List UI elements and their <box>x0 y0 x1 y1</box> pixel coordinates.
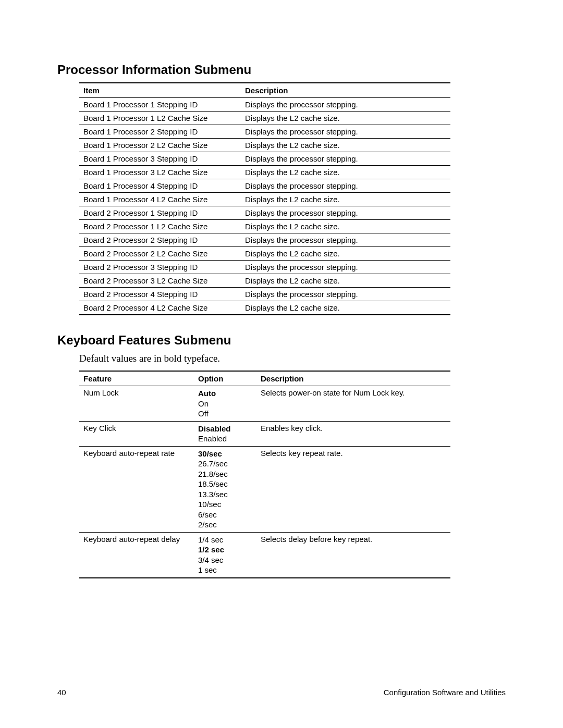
table-row: Board 1 Processor 2 L2 Cache SizeDisplay… <box>79 139 450 152</box>
table-row: Num LockAutoOnOffSelects power-on state … <box>79 386 450 422</box>
page-footer: 40 Configuration Software and Utilities <box>57 688 506 697</box>
header-feature: Feature <box>79 371 194 386</box>
cell-description: Displays the L2 cache size. <box>241 220 450 233</box>
table-row: Board 2 Processor 2 L2 Cache SizeDisplay… <box>79 247 450 261</box>
table-row: Board 2 Processor 1 L2 Cache SizeDisplay… <box>79 220 450 233</box>
option-value: Auto <box>198 388 252 399</box>
table-row: Keyboard auto-repeat delay1/4 sec1/2 sec… <box>79 532 450 578</box>
cell-description: Selects delay before key repeat. <box>256 532 450 578</box>
document-page: Processor Information Submenu Item Descr… <box>0 0 563 728</box>
cell-item: Board 2 Processor 2 Stepping ID <box>79 233 241 247</box>
table-row: Board 1 Processor 4 L2 Cache SizeDisplay… <box>79 193 450 206</box>
cell-description: Displays the processor stepping. <box>241 125 450 139</box>
cell-item: Board 1 Processor 2 L2 Cache Size <box>79 139 241 152</box>
cell-description: Displays the processor stepping. <box>241 152 450 166</box>
option-value: 30/sec <box>198 449 252 459</box>
table-header-row: Feature Option Description <box>79 371 450 386</box>
cell-description: Displays the L2 cache size. <box>241 193 450 206</box>
option-value: 21.8/sec <box>198 469 252 479</box>
cell-item: Board 1 Processor 3 Stepping ID <box>79 152 241 166</box>
cell-item: Board 1 Processor 3 L2 Cache Size <box>79 166 241 179</box>
cell-item: Board 1 Processor 1 Stepping ID <box>79 98 241 112</box>
option-value: 1 sec <box>198 565 252 575</box>
keyboard-table: Feature Option Description Num LockAutoO… <box>79 371 450 578</box>
option-value: On <box>198 399 252 409</box>
footer-title: Configuration Software and Utilities <box>384 688 506 697</box>
cell-option: DisabledEnabled <box>194 421 256 446</box>
cell-description: Displays the L2 cache size. <box>241 139 450 152</box>
cell-feature: Keyboard auto-repeat rate <box>79 446 194 532</box>
cell-feature: Keyboard auto-repeat delay <box>79 532 194 578</box>
cell-description: Displays the L2 cache size. <box>241 166 450 179</box>
table-row: Board 2 Processor 3 Stepping IDDisplays … <box>79 261 450 274</box>
header-description: Description <box>256 371 450 386</box>
cell-item: Board 1 Processor 2 Stepping ID <box>79 125 241 139</box>
cell-option: AutoOnOff <box>194 386 256 422</box>
keyboard-section: Keyboard Features Submenu Default values… <box>57 333 506 578</box>
header-option: Option <box>194 371 256 386</box>
cell-feature: Num Lock <box>79 386 194 422</box>
cell-description: Displays the processor stepping. <box>241 288 450 301</box>
cell-description: Displays the processor stepping. <box>241 206 450 220</box>
option-value: Off <box>198 409 252 419</box>
option-value: 1/2 sec <box>198 545 252 555</box>
option-value: 2/sec <box>198 520 252 530</box>
cell-item: Board 2 Processor 4 L2 Cache Size <box>79 301 241 315</box>
processor-table: Item Description Board 1 Processor 1 Ste… <box>79 82 450 315</box>
table-row: Board 2 Processor 1 Stepping IDDisplays … <box>79 206 450 220</box>
option-value: 1/4 sec <box>198 535 252 545</box>
table-row: Board 1 Processor 1 Stepping IDDisplays … <box>79 98 450 112</box>
table-row: Board 1 Processor 4 Stepping IDDisplays … <box>79 179 450 193</box>
table-row: Board 2 Processor 4 Stepping IDDisplays … <box>79 288 450 301</box>
cell-item: Board 2 Processor 2 L2 Cache Size <box>79 247 241 261</box>
cell-description: Selects key repeat rate. <box>256 446 450 532</box>
cell-description: Displays the L2 cache size. <box>241 301 450 315</box>
cell-option: 1/4 sec1/2 sec3/4 sec1 sec <box>194 532 256 578</box>
table-row: Board 1 Processor 3 L2 Cache SizeDisplay… <box>79 166 450 179</box>
cell-description: Selects power-on state for Num Lock key. <box>256 386 450 422</box>
cell-description: Enables key click. <box>256 421 450 446</box>
table-row: Keyboard auto-repeat rate30/sec26.7/sec2… <box>79 446 450 532</box>
cell-item: Board 1 Processor 4 L2 Cache Size <box>79 193 241 206</box>
cell-description: Displays the processor stepping. <box>241 179 450 193</box>
option-value: 6/sec <box>198 510 252 520</box>
cell-item: Board 2 Processor 1 Stepping ID <box>79 206 241 220</box>
cell-item: Board 2 Processor 1 L2 Cache Size <box>79 220 241 233</box>
option-value: 26.7/sec <box>198 459 252 469</box>
table-row: Board 1 Processor 3 Stepping IDDisplays … <box>79 152 450 166</box>
cell-description: Displays the processor stepping. <box>241 261 450 274</box>
keyboard-heading: Keyboard Features Submenu <box>57 333 506 348</box>
processor-section: Processor Information Submenu Item Descr… <box>57 63 506 315</box>
table-row: Board 2 Processor 3 L2 Cache SizeDisplay… <box>79 274 450 288</box>
table-row: Board 2 Processor 4 L2 Cache SizeDisplay… <box>79 301 450 315</box>
table-row: Board 1 Processor 2 Stepping IDDisplays … <box>79 125 450 139</box>
cell-description: Displays the processor stepping. <box>241 98 450 112</box>
cell-option: 30/sec26.7/sec21.8/sec18.5/sec13.3/sec10… <box>194 446 256 532</box>
header-description: Description <box>241 83 450 98</box>
table-header-row: Item Description <box>79 83 450 98</box>
option-value: 13.3/sec <box>198 489 252 500</box>
keyboard-note: Default values are in bold typeface. <box>79 353 506 364</box>
page-number: 40 <box>57 688 66 697</box>
option-value: Enabled <box>198 434 252 444</box>
cell-feature: Key Click <box>79 421 194 446</box>
processor-heading: Processor Information Submenu <box>57 63 506 77</box>
cell-item: Board 2 Processor 3 Stepping ID <box>79 261 241 274</box>
option-value: 3/4 sec <box>198 555 252 565</box>
cell-description: Displays the L2 cache size. <box>241 247 450 261</box>
cell-item: Board 1 Processor 4 Stepping ID <box>79 179 241 193</box>
cell-description: Displays the processor stepping. <box>241 233 450 247</box>
table-row: Board 2 Processor 2 Stepping IDDisplays … <box>79 233 450 247</box>
cell-item: Board 2 Processor 4 Stepping ID <box>79 288 241 301</box>
cell-description: Displays the L2 cache size. <box>241 112 450 125</box>
option-value: 10/sec <box>198 499 252 510</box>
cell-item: Board 2 Processor 3 L2 Cache Size <box>79 274 241 288</box>
option-value: 18.5/sec <box>198 479 252 489</box>
cell-item: Board 1 Processor 1 L2 Cache Size <box>79 112 241 125</box>
table-row: Board 1 Processor 1 L2 Cache SizeDisplay… <box>79 112 450 125</box>
option-value: Disabled <box>198 424 252 434</box>
header-item: Item <box>79 83 241 98</box>
cell-description: Displays the L2 cache size. <box>241 274 450 288</box>
table-row: Key ClickDisabledEnabledEnables key clic… <box>79 421 450 446</box>
